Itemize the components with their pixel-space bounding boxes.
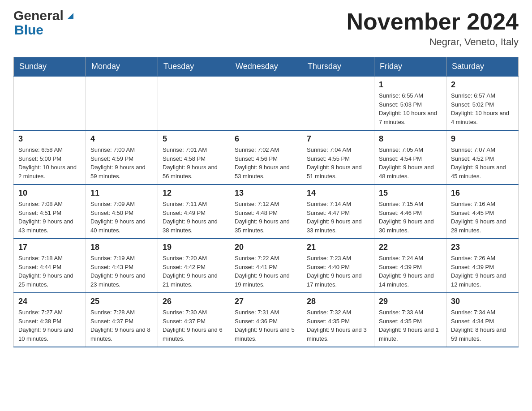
day-info: Sunrise: 7:32 AMSunset: 4:35 PMDaylight:… [307,308,369,343]
day-number: 1 [379,80,442,90]
day-number: 30 [451,297,514,306]
day-info: Sunrise: 7:28 AMSunset: 4:37 PMDaylight:… [90,308,153,343]
weekday-header-row: SundayMondayTuesdayWednesdayThursdayFrid… [14,57,519,77]
day-info: Sunrise: 7:08 AMSunset: 4:51 PMDaylight:… [18,200,81,235]
day-info: Sunrise: 7:19 AMSunset: 4:43 PMDaylight:… [90,254,153,289]
calendar-cell: 11Sunrise: 7:09 AMSunset: 4:50 PMDayligh… [86,184,158,239]
day-number: 8 [379,134,442,144]
day-info: Sunrise: 7:02 AMSunset: 4:56 PMDaylight:… [235,146,297,180]
day-number: 13 [235,188,297,198]
day-info: Sunrise: 7:22 AMSunset: 4:41 PMDaylight:… [235,254,297,289]
calendar-cell: 24Sunrise: 7:27 AMSunset: 4:38 PMDayligh… [14,293,86,347]
calendar-week-4: 17Sunrise: 7:18 AMSunset: 4:44 PMDayligh… [14,239,519,293]
calendar-table: SundayMondayTuesdayWednesdayThursdayFrid… [13,57,519,347]
calendar-cell: 25Sunrise: 7:28 AMSunset: 4:37 PMDayligh… [86,293,158,347]
day-info: Sunrise: 7:26 AMSunset: 4:39 PMDaylight:… [451,254,514,289]
calendar-cell: 4Sunrise: 7:00 AMSunset: 4:59 PMDaylight… [86,130,158,184]
logo-general-text: General [13,9,64,22]
day-number: 4 [90,134,153,144]
logo-blue-text: Blue [14,22,43,37]
calendar-cell: 19Sunrise: 7:20 AMSunset: 4:42 PMDayligh… [158,239,230,293]
calendar-cell: 15Sunrise: 7:15 AMSunset: 4:46 PMDayligh… [374,184,446,239]
day-info: Sunrise: 7:07 AMSunset: 4:52 PMDaylight:… [451,146,514,180]
calendar-cell [158,76,230,130]
day-info: Sunrise: 7:24 AMSunset: 4:39 PMDaylight:… [379,254,442,289]
day-number: 11 [90,188,153,198]
calendar-cell: 22Sunrise: 7:24 AMSunset: 4:39 PMDayligh… [374,239,446,293]
calendar-cell: 9Sunrise: 7:07 AMSunset: 4:52 PMDaylight… [446,130,519,184]
day-info: Sunrise: 7:05 AMSunset: 4:54 PMDaylight:… [379,146,442,180]
day-number: 25 [90,297,153,306]
calendar-week-5: 24Sunrise: 7:27 AMSunset: 4:38 PMDayligh… [14,293,519,347]
day-number: 15 [379,188,442,198]
weekday-header-friday: Friday [374,57,446,77]
day-number: 24 [18,297,81,306]
day-info: Sunrise: 7:12 AMSunset: 4:48 PMDaylight:… [235,200,297,235]
day-number: 17 [18,243,81,252]
day-info: Sunrise: 7:11 AMSunset: 4:49 PMDaylight:… [163,200,225,235]
day-number: 6 [235,134,297,144]
day-info: Sunrise: 7:27 AMSunset: 4:38 PMDaylight:… [18,308,81,343]
day-number: 22 [379,243,442,252]
day-info: Sunrise: 7:04 AMSunset: 4:55 PMDaylight:… [307,146,369,180]
location: Negrar, Veneto, Italy [347,36,519,48]
day-number: 3 [18,134,81,144]
day-info: Sunrise: 7:00 AMSunset: 4:59 PMDaylight:… [90,146,153,180]
calendar-cell [14,76,86,130]
page-header: General Blue November 2024 Negrar, Venet… [13,9,519,48]
day-number: 9 [451,134,514,144]
calendar-cell: 3Sunrise: 6:58 AMSunset: 5:00 PMDaylight… [14,130,86,184]
calendar-week-2: 3Sunrise: 6:58 AMSunset: 5:00 PMDaylight… [14,130,519,184]
calendar-cell: 7Sunrise: 7:04 AMSunset: 4:55 PMDaylight… [302,130,374,184]
calendar-cell: 10Sunrise: 7:08 AMSunset: 4:51 PMDayligh… [14,184,86,239]
day-info: Sunrise: 7:01 AMSunset: 4:58 PMDaylight:… [163,146,225,180]
calendar-week-1: 1Sunrise: 6:55 AMSunset: 5:03 PMDaylight… [14,76,519,130]
title-block: November 2024 Negrar, Veneto, Italy [347,9,519,48]
day-number: 12 [163,188,225,198]
day-info: Sunrise: 7:20 AMSunset: 4:42 PMDaylight:… [163,254,225,289]
month-title: November 2024 [347,9,519,34]
day-info: Sunrise: 7:31 AMSunset: 4:36 PMDaylight:… [235,308,297,343]
day-info: Sunrise: 7:15 AMSunset: 4:46 PMDaylight:… [379,200,442,235]
calendar-cell: 6Sunrise: 7:02 AMSunset: 4:56 PMDaylight… [230,130,302,184]
day-number: 26 [163,297,225,306]
calendar-cell [86,76,158,130]
calendar-cell: 5Sunrise: 7:01 AMSunset: 4:58 PMDaylight… [158,130,230,184]
calendar-cell: 13Sunrise: 7:12 AMSunset: 4:48 PMDayligh… [230,184,302,239]
day-number: 2 [451,80,514,90]
calendar-cell: 14Sunrise: 7:14 AMSunset: 4:47 PMDayligh… [302,184,374,239]
weekday-header-monday: Monday [86,57,158,77]
logo-triangle-icon [65,11,75,22]
calendar-cell: 29Sunrise: 7:33 AMSunset: 4:35 PMDayligh… [374,293,446,347]
day-number: 18 [90,243,153,252]
day-number: 20 [235,243,297,252]
day-info: Sunrise: 6:55 AMSunset: 5:03 PMDaylight:… [379,91,442,126]
calendar-cell: 12Sunrise: 7:11 AMSunset: 4:49 PMDayligh… [158,184,230,239]
weekday-header-tuesday: Tuesday [158,57,230,77]
day-number: 29 [379,297,442,306]
day-info: Sunrise: 7:30 AMSunset: 4:37 PMDaylight:… [163,308,225,343]
day-number: 10 [18,188,81,198]
calendar-cell: 17Sunrise: 7:18 AMSunset: 4:44 PMDayligh… [14,239,86,293]
calendar-cell: 27Sunrise: 7:31 AMSunset: 4:36 PMDayligh… [230,293,302,347]
day-info: Sunrise: 7:09 AMSunset: 4:50 PMDaylight:… [90,200,153,235]
day-info: Sunrise: 7:34 AMSunset: 4:34 PMDaylight:… [451,308,514,343]
day-info: Sunrise: 7:23 AMSunset: 4:40 PMDaylight:… [307,254,369,289]
day-info: Sunrise: 7:14 AMSunset: 4:47 PMDaylight:… [307,200,369,235]
calendar-cell: 28Sunrise: 7:32 AMSunset: 4:35 PMDayligh… [302,293,374,347]
day-number: 16 [451,188,514,198]
day-number: 27 [235,297,297,306]
day-number: 21 [307,243,369,252]
weekday-header-wednesday: Wednesday [230,57,302,77]
day-number: 23 [451,243,514,252]
day-info: Sunrise: 7:33 AMSunset: 4:35 PMDaylight:… [379,308,442,343]
day-number: 7 [307,134,369,144]
calendar-cell: 20Sunrise: 7:22 AMSunset: 4:41 PMDayligh… [230,239,302,293]
day-info: Sunrise: 6:58 AMSunset: 5:00 PMDaylight:… [18,146,81,180]
logo: General Blue [13,9,75,38]
calendar-cell: 26Sunrise: 7:30 AMSunset: 4:37 PMDayligh… [158,293,230,347]
weekday-header-saturday: Saturday [446,57,519,77]
calendar-cell [230,76,302,130]
weekday-header-thursday: Thursday [302,57,374,77]
day-number: 5 [163,134,225,144]
